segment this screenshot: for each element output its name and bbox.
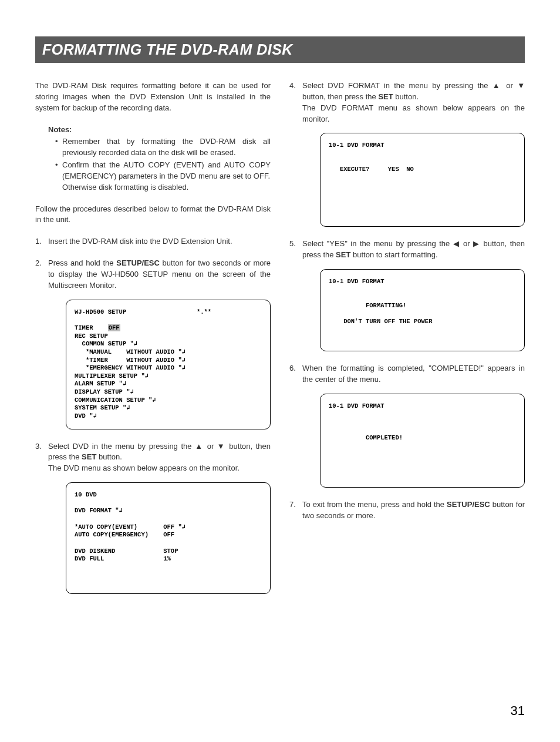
step-number: 7.	[289, 499, 296, 511]
step-text: To exit from the menu, press and hold th…	[302, 500, 447, 509]
step-1: 1. Insert the DVD-RAM disk into the DVD …	[35, 236, 271, 247]
step-text: The DVD menu as shown below appears on t…	[48, 464, 239, 472]
menu-line: *EMERGENCY WITHOUT AUDIO "↲	[75, 364, 185, 371]
menu-line: SYSTEM SETUP "↲	[75, 404, 130, 411]
note-text: Confirm that the AUTO COPY (EVENT) and A…	[62, 160, 271, 180]
note-item: Remember that by formatting the DVD-RAM …	[55, 136, 271, 159]
content-columns: The DVD-RAM Disk requires formatting bef…	[35, 80, 525, 606]
menu-line: *AUTO COPY(EVENT)	[75, 523, 137, 531]
step-text: or	[502, 81, 517, 90]
dvd-format-menu-screenshot: 10-1 DVD FORMAT EXECUTE? YES NO	[320, 133, 525, 227]
step-text: button.	[393, 92, 419, 101]
down-arrow-icon: ▼	[517, 81, 525, 90]
step-2: 2. Press and hold the SETUP/ESC button f…	[35, 258, 271, 429]
step-number: 1.	[35, 236, 42, 247]
menu-line: COMMON SETUP "↲	[75, 340, 137, 347]
menu-highlight: OFF	[108, 324, 120, 331]
menu-header: 10-1 DVD FORMAT	[329, 278, 384, 285]
left-arrow-icon: ◀	[453, 239, 460, 248]
button-ref: SETUP/ESC	[447, 500, 490, 509]
step-text: button, then press the	[302, 92, 378, 101]
page-title: FORMATTING THE DVD-RAM DISK	[35, 36, 525, 63]
notes-list: Remember that by formatting the DVD-RAM …	[55, 136, 271, 193]
menu-header: 10-1 DVD FORMAT	[329, 402, 384, 409]
menu-value: 1%	[163, 555, 171, 562]
menu-line: COMMUNICATION SETUP "↲	[75, 397, 156, 404]
button-ref: SETUP/ESC	[116, 258, 160, 267]
note-text: Otherwise disk formatting is disabled.	[62, 183, 188, 192]
menu-line: DVD FORMAT "↲	[75, 507, 123, 514]
note-item: Confirm that the AUTO COPY (EVENT) and A…	[55, 160, 271, 193]
follow-text: Follow the procedures described below to…	[35, 204, 271, 226]
step-text: Press and hold the	[48, 258, 116, 267]
notes-heading: Notes:	[48, 125, 271, 136]
step-5: 5. Select "YES" in the menu by pressing …	[289, 239, 525, 351]
menu-line: *TIMER WITHOUT AUDIO "↲	[75, 357, 185, 364]
step-text: Select DVD FORMAT in the menu by pressin…	[302, 81, 492, 90]
menu-header: WJ-HD500 SETUP	[75, 308, 126, 315]
step-6: 6. When the formatting is completed, "CO…	[289, 363, 525, 488]
step-text: button to start formatting.	[350, 250, 437, 259]
formatting-menu-screenshot: 10-1 DVD FORMAT FORMATTING! DON'T TURN O…	[320, 269, 525, 351]
down-arrow-icon: ▼	[217, 442, 226, 451]
step-number: 6.	[289, 363, 296, 374]
step-number: 2.	[35, 258, 42, 269]
menu-line: *MANUAL WITHOUT AUDIO "↲	[75, 348, 185, 355]
step-text: The DVD FORMAT menu as shown below appea…	[302, 103, 525, 123]
menu-line: DVD "↲	[75, 412, 97, 419]
menu-line: TIMER	[75, 324, 108, 331]
step-text: Select "YES" in the menu by pressing the	[302, 239, 453, 248]
button-ref: SET	[82, 452, 96, 461]
left-column: The DVD-RAM Disk requires formatting bef…	[35, 80, 271, 606]
step-3: 3. Select DVD in the menu by pressing th…	[35, 441, 271, 595]
step-text: Select DVD in the menu by pressing the	[48, 442, 195, 451]
menu-value: STOP	[163, 548, 178, 555]
menu-line: ALARM SETUP "↲	[75, 380, 126, 387]
button-ref: SET	[378, 92, 393, 101]
completed-menu-screenshot: 10-1 DVD FORMAT COMPLETED!	[320, 394, 525, 488]
menu-version: *.**	[197, 308, 211, 315]
menu-line: COMPLETED!	[329, 434, 403, 441]
menu-line: AUTO COPY(EMERGENCY)	[75, 531, 149, 538]
right-column: 4. Select DVD FORMAT in the menu by pres…	[289, 80, 525, 606]
right-arrow-icon: ▶	[473, 239, 480, 248]
page-number: 31	[511, 703, 525, 719]
menu-line: EXECUTE? YES NO	[329, 166, 414, 173]
menu-line: DON'T TURN OFF THE POWER	[329, 318, 432, 325]
step-text: or	[204, 442, 217, 451]
step-number: 4.	[289, 80, 296, 92]
step-7: 7. To exit from the menu, press and hold…	[289, 499, 525, 522]
up-arrow-icon: ▲	[492, 81, 502, 90]
setup-menu-screenshot: WJ-HD500 SETUP *.** TIMER OFF REC SETUP …	[66, 300, 271, 429]
step-text: or	[460, 239, 474, 248]
menu-value: OFF "↲	[163, 523, 185, 531]
steps-right: 4. Select DVD FORMAT in the menu by pres…	[289, 80, 525, 521]
menu-line: MULTIPLEXER SETUP "↲	[75, 372, 149, 380]
step-text: button.	[96, 452, 122, 461]
menu-line: DVD DISKEND	[75, 548, 115, 555]
dvd-menu-screenshot: 10 DVD DVD FORMAT "↲ *AUTO COPY(EVENT) O…	[66, 482, 271, 594]
step-text: Insert the DVD-RAM disk into the DVD Ext…	[48, 237, 232, 246]
intro-text: The DVD-RAM Disk requires formatting bef…	[35, 80, 271, 114]
button-ref: SET	[336, 250, 350, 259]
steps-left: 1. Insert the DVD-RAM disk into the DVD …	[35, 236, 271, 594]
step-text: When the formatting is completed, "COMPL…	[302, 364, 525, 384]
menu-line: REC SETUP	[75, 333, 108, 340]
menu-line: DVD FULL	[75, 555, 104, 562]
menu-value: OFF	[163, 531, 174, 538]
step-4: 4. Select DVD FORMAT in the menu by pres…	[289, 80, 525, 227]
step-number: 5.	[289, 239, 296, 250]
up-arrow-icon: ▲	[195, 442, 204, 451]
step-number: 3.	[35, 441, 42, 452]
menu-line: DISPLAY SETUP "↲	[75, 388, 134, 395]
menu-line: FORMATTING!	[329, 302, 406, 309]
menu-header: 10 DVD	[75, 491, 97, 498]
menu-header: 10-1 DVD FORMAT	[329, 142, 384, 149]
